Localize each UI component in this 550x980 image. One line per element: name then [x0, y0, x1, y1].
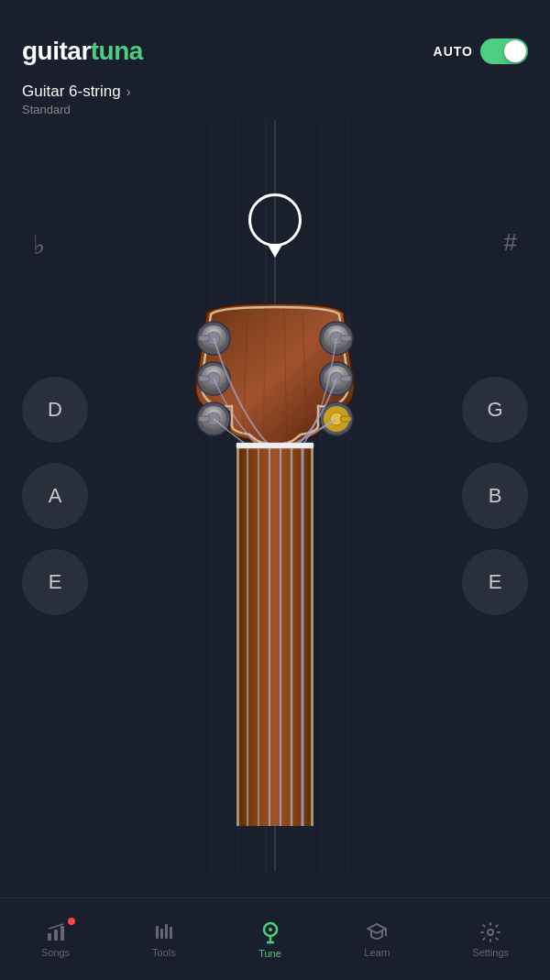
learn-icon	[366, 921, 388, 943]
svg-rect-9	[236, 446, 239, 826]
songs-label: Songs	[41, 947, 70, 958]
svg-rect-18	[199, 336, 210, 341]
svg-rect-50	[156, 926, 159, 939]
svg-rect-45	[236, 443, 314, 448]
instrument-name[interactable]: Guitar 6-string ›	[22, 83, 528, 101]
left-string-buttons: D A E	[22, 377, 88, 615]
app-logo: guitartuna	[22, 37, 143, 66]
string-button-B[interactable]: B	[462, 463, 528, 529]
nav-item-tools[interactable]: Tools	[134, 912, 194, 967]
tuning-circle	[248, 193, 302, 247]
string-button-E-high[interactable]: E	[462, 549, 528, 615]
nav-item-tune[interactable]: Tune	[240, 911, 301, 968]
instrument-selector[interactable]: Guitar 6-string › Standard	[0, 75, 550, 120]
nav-item-songs[interactable]: Songs	[23, 912, 88, 967]
needle-point	[268, 245, 282, 258]
svg-rect-47	[54, 930, 58, 941]
svg-rect-30	[340, 336, 351, 341]
settings-icon	[479, 921, 501, 943]
tools-label: Tools	[152, 947, 176, 958]
instrument-name-text: Guitar 6-string	[22, 83, 121, 101]
logo-tuna: tuna	[91, 37, 143, 65]
right-string-buttons: G B E	[462, 377, 528, 615]
svg-rect-53	[170, 927, 172, 939]
svg-rect-48	[60, 926, 64, 941]
nav-item-learn[interactable]: Learn	[346, 912, 408, 967]
notification-dot	[68, 918, 75, 925]
svg-rect-51	[160, 929, 163, 939]
string-button-A[interactable]: A	[22, 463, 88, 529]
svg-point-59	[488, 930, 493, 935]
sharp-indicator: #	[504, 228, 517, 257]
learn-label: Learn	[364, 947, 390, 958]
string-button-E-low[interactable]: E	[22, 549, 88, 615]
tuning-name: Standard	[22, 103, 528, 116]
songs-icon	[45, 921, 67, 943]
string-button-G[interactable]: G	[462, 377, 528, 443]
tuner-area: ♭ #	[0, 120, 550, 872]
svg-rect-52	[165, 924, 168, 939]
auto-toggle-switch[interactable]	[480, 39, 528, 64]
bottom-navigation: Songs Tools Tune Learn	[0, 897, 550, 980]
toggle-thumb	[504, 40, 526, 62]
settings-label: Settings	[472, 947, 509, 958]
svg-rect-22	[199, 376, 210, 381]
svg-rect-38	[340, 416, 351, 422]
guitar-headstock	[138, 303, 412, 830]
tools-icon	[153, 921, 175, 943]
string-button-D[interactable]: D	[22, 377, 88, 443]
header: guitartuna AUTO	[0, 0, 550, 75]
logo-guitar: guitar	[22, 37, 91, 65]
nav-item-settings[interactable]: Settings	[454, 912, 527, 967]
auto-label: AUTO	[434, 44, 473, 59]
svg-rect-34	[340, 376, 351, 381]
flat-indicator: ♭	[33, 230, 45, 260]
tune-label: Tune	[258, 948, 281, 959]
svg-rect-26	[199, 416, 210, 422]
chevron-right-icon: ›	[126, 84, 131, 99]
svg-point-55	[269, 928, 272, 931]
tune-icon	[258, 920, 282, 944]
svg-rect-46	[48, 933, 51, 941]
auto-toggle-container[interactable]: AUTO	[434, 39, 528, 64]
tuning-needle	[248, 193, 302, 258]
svg-rect-10	[311, 446, 314, 826]
